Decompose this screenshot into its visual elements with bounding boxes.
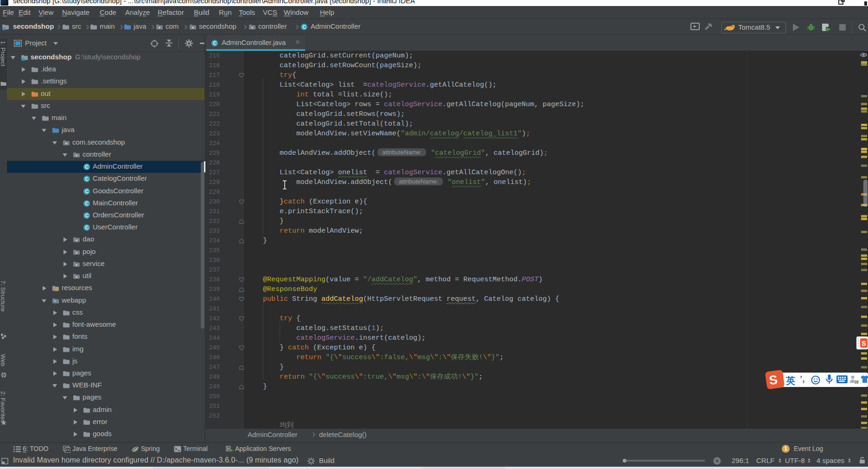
- svg-text:S: S: [862, 339, 866, 347]
- svg-text:C: C: [302, 24, 306, 30]
- svg-text:C: C: [85, 213, 89, 218]
- svg-text:C: C: [85, 225, 89, 230]
- svg-text:18: 18: [855, 380, 858, 384]
- svg-text:C: C: [85, 189, 89, 194]
- svg-text:C: C: [85, 201, 89, 206]
- svg-text:C: C: [213, 40, 217, 46]
- svg-text:C: C: [85, 164, 89, 170]
- svg-text:C: C: [85, 176, 89, 182]
